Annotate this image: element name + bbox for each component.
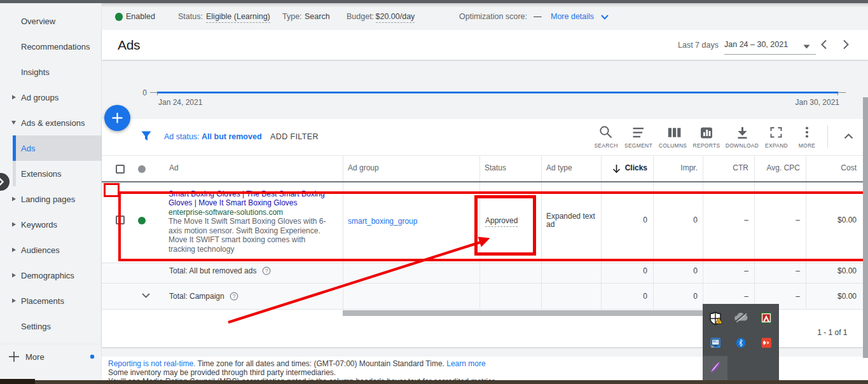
svg-text:?: ? xyxy=(265,268,268,274)
svg-text:!: ! xyxy=(719,320,720,324)
svg-text:?: ? xyxy=(233,293,236,299)
